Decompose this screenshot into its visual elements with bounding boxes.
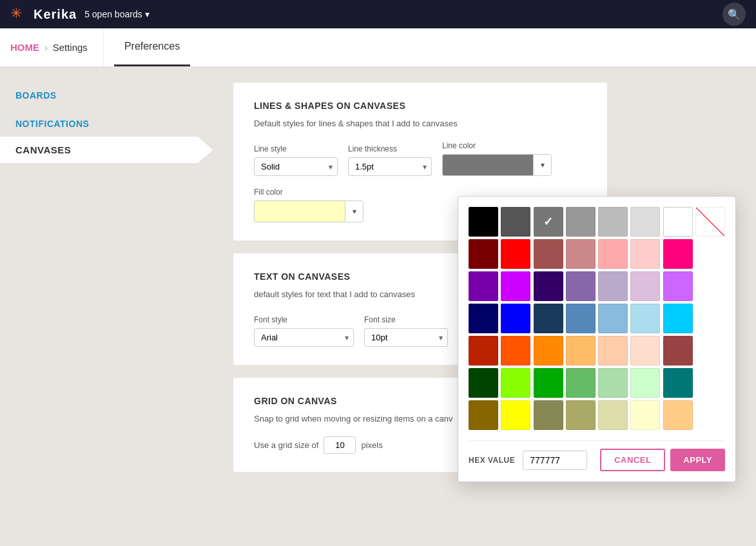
fill-color-button[interactable]: ▾: [254, 200, 363, 222]
color-dark-blue[interactable]: [469, 304, 498, 333]
color-yellow[interactable]: [501, 400, 530, 430]
color-violet[interactable]: [663, 271, 693, 301]
color-lighter-purple[interactable]: [630, 271, 660, 301]
color-teal[interactable]: [663, 368, 693, 398]
line-color-arrow-icon: ▾: [533, 155, 551, 175]
color-light-blue[interactable]: [630, 304, 660, 333]
color-medium-purple[interactable]: [566, 271, 596, 301]
font-style-select[interactable]: Arial Times New Roman Courier New: [254, 328, 354, 347]
color-empty-2: [695, 271, 725, 301]
color-khaki[interactable]: [566, 400, 596, 430]
color-empty-1: [695, 239, 725, 269]
font-size-label: Font size: [364, 315, 448, 324]
color-magenta[interactable]: [501, 271, 530, 301]
color-light-pink[interactable]: [598, 239, 628, 269]
color-light-gray[interactable]: [598, 207, 628, 237]
color-black[interactable]: [469, 207, 498, 237]
color-none[interactable]: [695, 207, 725, 237]
lines-card-desc: Default styles for lines & shapes that I…: [254, 119, 586, 128]
content-area: LINES & SHAPES ON CANVASES Default style…: [213, 67, 756, 546]
color-orange[interactable]: [534, 336, 563, 366]
lines-form-row: Line style Solid Dashed Dotted ▾ Line th…: [254, 141, 586, 176]
open-boards-button[interactable]: 5 open boards ▾: [84, 9, 150, 19]
color-light-orange[interactable]: [566, 336, 596, 366]
color-white[interactable]: [663, 207, 693, 237]
color-light-green[interactable]: [598, 368, 628, 398]
color-dark-gray[interactable]: [501, 207, 530, 237]
color-gray[interactable]: [566, 207, 596, 237]
color-lighter-pink[interactable]: [630, 239, 660, 269]
color-lighter-gray[interactable]: [630, 207, 660, 237]
color-purple[interactable]: [469, 271, 498, 301]
cancel-button[interactable]: CANCEL: [600, 449, 665, 471]
color-steel-blue[interactable]: [566, 304, 596, 333]
color-lighter-peach[interactable]: [630, 336, 660, 366]
color-red[interactable]: [501, 239, 530, 269]
color-green[interactable]: [534, 368, 563, 398]
color-rose[interactable]: [534, 239, 563, 269]
color-dark-purple[interactable]: [534, 271, 563, 301]
color-dark-green[interactable]: [469, 368, 498, 398]
sidebar-item-notifications[interactable]: NOTIFICATIONS: [0, 111, 213, 137]
line-color-group: Line color ▾: [442, 141, 552, 176]
color-olive[interactable]: [534, 400, 563, 430]
color-cyan[interactable]: [663, 304, 693, 333]
color-dark-orange[interactable]: [469, 336, 498, 366]
line-thickness-select-wrap: 1.5pt 1pt 2pt 3pt ▾: [348, 157, 432, 176]
line-style-label: Line style: [254, 144, 338, 153]
fill-color-arrow-icon: ▾: [345, 201, 363, 222]
color-sky-blue[interactable]: [598, 304, 628, 333]
font-size-select[interactable]: 10pt 12pt 14pt: [364, 328, 448, 347]
font-style-label: Font style: [254, 315, 354, 324]
color-brown-red[interactable]: [663, 336, 693, 366]
grid-size-suffix: pixels: [361, 440, 382, 450]
breadcrumb: HOME › Settings: [10, 28, 104, 66]
color-navy[interactable]: [534, 304, 563, 333]
tab-preferences[interactable]: Preferences: [114, 28, 190, 66]
hex-input[interactable]: [523, 451, 587, 470]
line-style-group: Line style Solid Dashed Dotted ▾: [254, 144, 338, 176]
line-thickness-group: Line thickness 1.5pt 1pt 2pt 3pt ▾: [348, 144, 432, 176]
font-style-select-wrap: Arial Times New Roman Courier New ▾: [254, 328, 354, 347]
line-style-select[interactable]: Solid Dashed Dotted: [254, 157, 338, 176]
color-light-purple[interactable]: [598, 271, 628, 301]
fill-color-label: Fill color: [254, 188, 363, 197]
sidebar-item-canvases[interactable]: CANVASES: [0, 137, 213, 163]
line-thickness-select[interactable]: 1.5pt 1pt 2pt 3pt: [348, 157, 432, 176]
color-cream[interactable]: [630, 400, 660, 430]
color-mid-gray-selected[interactable]: [534, 207, 563, 237]
sidebar: BOARDS NOTIFICATIONS CANVASES: [0, 67, 213, 546]
color-hot-pink[interactable]: [663, 239, 693, 269]
color-light-gold[interactable]: [663, 400, 693, 430]
color-tan[interactable]: [598, 400, 628, 430]
logo-icon: ✳: [10, 5, 28, 23]
grid-size-input[interactable]: [324, 436, 356, 454]
color-vermilion[interactable]: [501, 336, 530, 366]
logo-area[interactable]: ✳ Kerika: [10, 5, 77, 23]
sidebar-item-boards[interactable]: BOARDS: [0, 83, 213, 108]
chevron-down-icon: ▾: [145, 9, 150, 19]
font-size-group: Font size 10pt 12pt 14pt ▾: [364, 315, 448, 347]
search-icon: 🔍: [728, 8, 741, 21]
hex-label: HEX VALUE: [469, 456, 515, 465]
color-peach[interactable]: [598, 336, 628, 366]
color-blue[interactable]: [501, 304, 530, 333]
color-empty-3: [695, 304, 725, 333]
breadcrumb-home[interactable]: HOME: [10, 42, 39, 53]
color-lighter-green[interactable]: [630, 368, 660, 398]
app-header: ✳ Kerika 5 open boards ▾ 🔍: [0, 0, 756, 28]
color-dark-red[interactable]: [469, 239, 498, 269]
hex-buttons: CANCEL APPLY: [600, 449, 725, 471]
color-gold[interactable]: [469, 400, 498, 430]
color-lime[interactable]: [501, 368, 530, 398]
color-medium-green[interactable]: [566, 368, 596, 398]
search-button[interactable]: 🔍: [722, 3, 746, 26]
line-color-button[interactable]: ▾: [442, 154, 552, 176]
color-picker-popup: HEX VALUE CANCEL APPLY: [458, 196, 736, 482]
font-size-select-wrap: 10pt 12pt 14pt ▾: [364, 328, 448, 347]
color-salmon[interactable]: [566, 239, 596, 269]
color-empty-5: [695, 368, 725, 398]
color-empty-6: [695, 400, 725, 430]
apply-button[interactable]: APPLY: [670, 449, 725, 471]
open-boards-label: 5 open boards: [84, 9, 142, 19]
